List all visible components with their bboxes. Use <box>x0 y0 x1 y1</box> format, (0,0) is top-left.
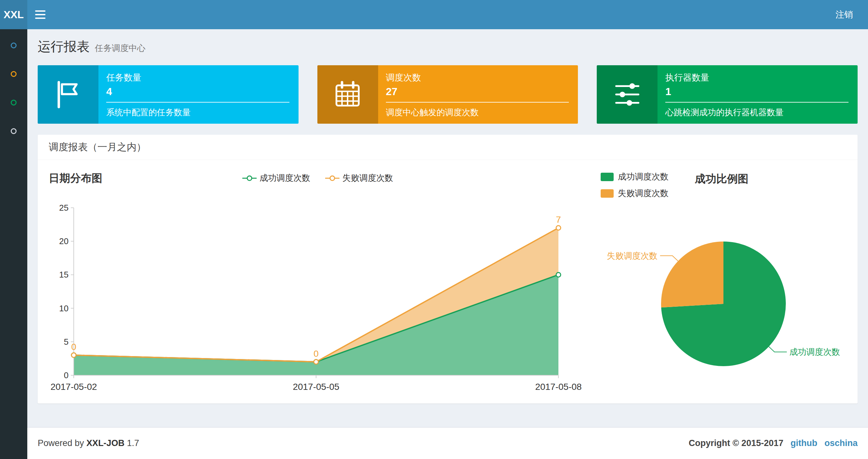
svg-text:成功调度次数: 成功调度次数 <box>789 347 840 357</box>
page-footer: Powered by XXL-JOB 1.7 Copyright © 2015-… <box>27 427 868 459</box>
info-box-value: 4 <box>106 86 289 98</box>
info-box-description: 心跳检测成功的执行器机器数量 <box>665 107 848 118</box>
sidebar-item-3[interactable] <box>0 88 27 117</box>
svg-text:失败调度次数: 失败调度次数 <box>607 251 657 261</box>
github-link[interactable]: github <box>791 438 817 448</box>
copyright-text: Copyright © 2015-2017 <box>689 438 783 448</box>
divider <box>386 102 569 103</box>
info-box-executors: 执行器数量 1 心跳检测成功的执行器机器数量 <box>597 65 858 124</box>
powered-by: Powered by XXL-JOB 1.7 <box>38 438 139 448</box>
hamburger-icon <box>35 10 45 12</box>
svg-text:0: 0 <box>313 349 319 359</box>
svg-text:25: 25 <box>59 203 68 212</box>
info-box-value: 27 <box>386 86 569 98</box>
collapsed-sidebar <box>0 29 27 459</box>
info-box-label: 任务数量 <box>106 72 289 84</box>
svg-text:2017-05-05: 2017-05-05 <box>293 382 339 392</box>
page-subtitle: 任务调度中心 <box>95 42 146 54</box>
topbar-right: 注销 <box>836 0 868 29</box>
date-distribution-area-chart: 05101520252017-05-022017-05-052017-05-08… <box>49 194 594 399</box>
info-box-content: 调度次数 27 调度中心触发的调度次数 <box>378 65 578 124</box>
info-box-triggers: 调度次数 27 调度中心触发的调度次数 <box>317 65 578 124</box>
success-ratio-pie-chart: 成功调度次数失败调度次数 <box>594 160 845 387</box>
info-box-description: 调度中心触发的调度次数 <box>386 107 569 118</box>
circle-icon <box>11 42 17 48</box>
summary-boxes: 任务数量 4 系统中配置的任务数量 <box>38 65 858 124</box>
info-box-content: 任务数量 4 系统中配置的任务数量 <box>98 65 299 124</box>
sliders-icon <box>597 65 657 124</box>
info-box-description: 系统中配置的任务数量 <box>106 107 289 118</box>
page-header: 运行报表 任务调度中心 <box>38 38 858 56</box>
divider <box>665 102 848 103</box>
info-box-value: 1 <box>665 86 848 98</box>
circle-icon <box>11 128 17 134</box>
product-name: XXL-JOB <box>86 438 124 448</box>
legend-item-fail[interactable]: 失败调度次数 <box>325 172 393 184</box>
svg-text:20: 20 <box>59 236 68 246</box>
circle-icon <box>11 100 17 105</box>
legend-item-success[interactable]: 成功调度次数 <box>242 172 310 184</box>
content-wrapper: 运行报表 任务调度中心 任务数量 4 系统中配置的任务数量 <box>27 0 868 459</box>
line-chart-title: 日期分布图 <box>49 171 102 186</box>
svg-text:15: 15 <box>59 270 68 280</box>
svg-text:0: 0 <box>71 342 76 352</box>
svg-text:0: 0 <box>64 370 68 380</box>
legend-label: 成功调度次数 <box>259 172 310 184</box>
info-box-label: 执行器数量 <box>665 72 848 84</box>
sidebar-item-4[interactable] <box>0 117 27 145</box>
sidebar-toggle-button[interactable] <box>27 0 53 29</box>
oschina-link[interactable]: oschina <box>825 438 858 448</box>
top-navbar: XXL 注销 <box>0 0 868 29</box>
calendar-icon <box>317 65 378 124</box>
svg-text:2017-05-08: 2017-05-08 <box>535 382 582 392</box>
product-version: 1.7 <box>127 438 140 448</box>
svg-text:2017-05-02: 2017-05-02 <box>50 382 97 392</box>
svg-text:5: 5 <box>64 337 68 347</box>
hamburger-icon <box>35 18 45 19</box>
logout-link[interactable]: 注销 <box>836 9 853 21</box>
line-legend-icon <box>325 175 339 182</box>
svg-text:10: 10 <box>59 303 68 313</box>
line-legend-icon <box>242 175 257 182</box>
info-box-content: 执行器数量 1 心跳检测成功的执行器机器数量 <box>657 65 858 124</box>
sidebar-item-1[interactable] <box>0 31 27 60</box>
hamburger-icon <box>35 14 45 15</box>
svg-text:7: 7 <box>556 215 561 225</box>
page-title: 运行报表 <box>38 38 90 56</box>
info-box-label: 调度次数 <box>386 72 569 84</box>
footer-right: Copyright © 2015-2017 github oschina <box>689 438 858 448</box>
circle-icon <box>11 71 17 77</box>
report-panel: 调度报表（一月之内） 日期分布图 成功调度次数 <box>38 135 858 403</box>
app-logo[interactable]: XXL <box>0 0 27 29</box>
legend-label: 失败调度次数 <box>342 172 393 184</box>
info-box-jobs: 任务数量 4 系统中配置的任务数量 <box>38 65 299 124</box>
panel-body: 日期分布图 成功调度次数 失败调度次数 <box>38 160 858 403</box>
sidebar-item-2[interactable] <box>0 60 27 88</box>
flag-icon <box>38 65 98 124</box>
line-chart-legend: 成功调度次数 失败调度次数 <box>242 172 393 184</box>
main-content: 运行报表 任务调度中心 任务数量 4 系统中配置的任务数量 <box>27 29 868 403</box>
divider <box>106 102 289 103</box>
powered-prefix: Powered by <box>38 438 84 448</box>
panel-title: 调度报表（一月之内） <box>38 135 858 160</box>
